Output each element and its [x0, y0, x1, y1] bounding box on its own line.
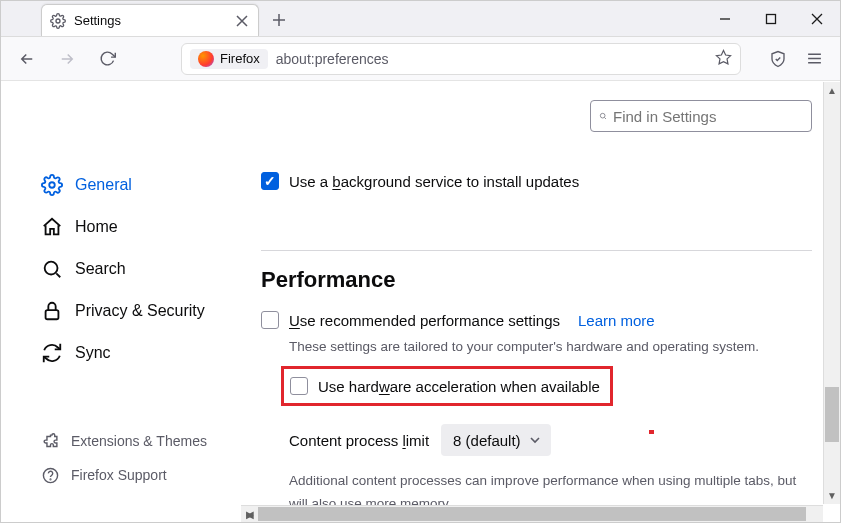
- sidebar-item-label: Home: [75, 218, 118, 236]
- back-button[interactable]: [11, 43, 43, 75]
- app-menu-button[interactable]: [798, 43, 830, 75]
- reload-button[interactable]: [91, 43, 123, 75]
- recommended-settings-checkbox[interactable]: [261, 311, 279, 329]
- sidebar-item-label: Privacy & Security: [75, 302, 205, 320]
- sidebar-item-search[interactable]: Search: [35, 248, 231, 290]
- recommended-settings-row[interactable]: Use recommended performance settings Lea…: [261, 311, 812, 329]
- svg-point-8: [50, 479, 51, 480]
- search-icon: [599, 109, 607, 123]
- performance-heading: Performance: [261, 267, 812, 293]
- new-tab-button[interactable]: [265, 6, 293, 34]
- minimize-button[interactable]: [702, 1, 748, 37]
- identity-box[interactable]: Firefox: [190, 49, 268, 69]
- close-tab-button[interactable]: [234, 13, 250, 29]
- section-divider: [261, 250, 812, 251]
- sidebar-item-label: Extensions & Themes: [71, 433, 207, 449]
- url-text: about:preferences: [276, 51, 389, 67]
- vertical-scroll-thumb[interactable]: [825, 387, 839, 442]
- firefox-logo-icon: [198, 51, 214, 67]
- gear-icon: [50, 13, 66, 29]
- background-service-checkbox-row[interactable]: Use a background service to install upda…: [261, 172, 812, 190]
- svg-rect-1: [767, 15, 776, 24]
- sidebar-item-general[interactable]: General: [35, 164, 231, 206]
- sidebar-item-sync[interactable]: Sync: [35, 332, 231, 374]
- tab-label: Settings: [74, 13, 226, 28]
- sidebar: General Home Search Privacy & Security: [1, 82, 231, 492]
- svg-point-4: [49, 182, 55, 188]
- protections-shield-button[interactable]: [762, 43, 794, 75]
- tailored-note: These settings are tailored to your comp…: [289, 339, 812, 354]
- content-area: General Home Search Privacy & Security: [1, 82, 840, 522]
- url-bar[interactable]: Firefox about:preferences: [181, 43, 741, 75]
- sidebar-item-label: Search: [75, 260, 126, 278]
- find-in-settings-field[interactable]: [613, 108, 803, 125]
- gear-icon: [41, 174, 63, 196]
- sidebar-item-support[interactable]: Firefox Support: [35, 458, 231, 492]
- sidebar-item-label: Sync: [75, 344, 111, 362]
- scroll-down-arrow[interactable]: ▼: [824, 487, 840, 504]
- forward-button[interactable]: [51, 43, 83, 75]
- sidebar-item-extensions[interactable]: Extensions & Themes: [35, 424, 231, 458]
- lock-icon: [41, 300, 63, 322]
- help-icon: [41, 466, 59, 484]
- annotation-dot: [649, 430, 654, 434]
- chevron-down-icon: [529, 432, 541, 449]
- maximize-button[interactable]: [748, 1, 794, 37]
- svg-rect-6: [46, 310, 59, 319]
- process-limit-select[interactable]: 8 (default): [441, 424, 551, 456]
- identity-label: Firefox: [220, 51, 260, 66]
- sidebar-item-label: Firefox Support: [71, 467, 167, 483]
- horizontal-scrollbar[interactable]: ◀ ▶: [241, 505, 823, 522]
- svg-point-0: [56, 19, 60, 23]
- window-controls: [702, 1, 840, 37]
- search-icon: [41, 258, 63, 280]
- horizontal-scroll-thumb[interactable]: [258, 507, 806, 521]
- process-limit-value: 8 (default): [453, 432, 521, 449]
- title-bar: Settings: [1, 1, 840, 37]
- scroll-up-arrow[interactable]: ▲: [824, 82, 840, 99]
- process-limit-label: Content process limit: [289, 432, 429, 449]
- learn-more-link[interactable]: Learn more: [578, 312, 655, 329]
- tab-strip: Settings: [1, 1, 293, 36]
- svg-marker-2: [716, 50, 730, 63]
- recommended-settings-label: Use recommended performance settings: [289, 312, 560, 329]
- sync-icon: [41, 342, 63, 364]
- svg-point-3: [600, 113, 605, 118]
- background-service-label: Use a background service to install upda…: [289, 173, 579, 190]
- home-icon: [41, 216, 63, 238]
- close-window-button[interactable]: [794, 1, 840, 37]
- background-service-checkbox[interactable]: [261, 172, 279, 190]
- hw-accel-checkbox[interactable]: [290, 377, 308, 395]
- hw-accel-label: Use hardware acceleration when available: [318, 378, 600, 395]
- puzzle-icon: [41, 432, 59, 450]
- hw-accel-highlight: Use hardware acceleration when available: [281, 366, 613, 406]
- hw-accel-row[interactable]: Use hardware acceleration when available: [290, 377, 600, 395]
- svg-point-5: [45, 262, 58, 275]
- find-in-settings-input[interactable]: [590, 100, 812, 132]
- vertical-scrollbar[interactable]: ▲ ▼: [823, 82, 840, 504]
- settings-main: Use a background service to install upda…: [261, 164, 812, 502]
- scroll-right-arrow[interactable]: ▶: [241, 506, 258, 523]
- sidebar-item-label: General: [75, 176, 132, 194]
- tab-settings[interactable]: Settings: [41, 4, 259, 36]
- bookmark-star-button[interactable]: [715, 49, 732, 69]
- sidebar-item-home[interactable]: Home: [35, 206, 231, 248]
- sidebar-item-privacy[interactable]: Privacy & Security: [35, 290, 231, 332]
- toolbar: Firefox about:preferences: [1, 37, 840, 81]
